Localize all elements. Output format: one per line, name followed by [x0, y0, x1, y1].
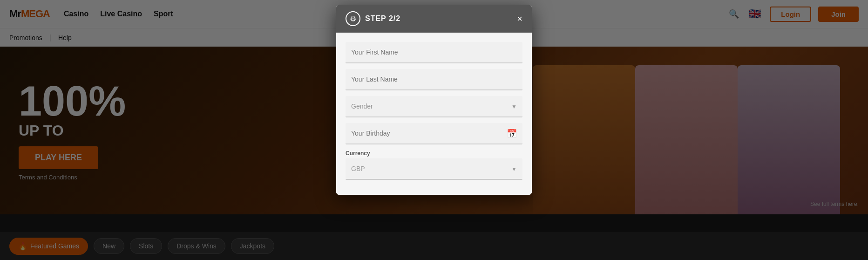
last-name-field	[346, 69, 522, 90]
modal-title: STEP 2/2	[365, 14, 400, 23]
registration-modal: ⚙ STEP 2/2 × Gender Male Female Other ▼	[336, 5, 532, 195]
gender-field: Gender Male Female Other ▼	[346, 96, 522, 117]
first-name-input[interactable]	[346, 42, 522, 63]
last-name-input[interactable]	[346, 69, 522, 90]
modal-header: ⚙ STEP 2/2 ×	[336, 5, 532, 33]
modal-body: Gender Male Female Other ▼ 📅 Currency GB…	[336, 33, 532, 195]
gender-select[interactable]: Gender Male Female Other	[346, 96, 522, 117]
currency-select[interactable]: GBP EUR USD	[346, 158, 522, 180]
currency-label: Currency	[346, 150, 522, 157]
first-name-field	[346, 42, 522, 63]
birthday-input[interactable]	[346, 123, 522, 144]
modal-icon: ⚙	[346, 11, 360, 26]
settings-icon: ⚙	[350, 14, 356, 23]
birthday-field: 📅	[346, 123, 522, 144]
modal-header-left: ⚙ STEP 2/2	[346, 11, 400, 26]
modal-close-button[interactable]: ×	[517, 14, 522, 23]
currency-field: Currency GBP EUR USD ▼	[346, 150, 522, 180]
currency-select-wrapper: GBP EUR USD ▼	[346, 158, 522, 180]
